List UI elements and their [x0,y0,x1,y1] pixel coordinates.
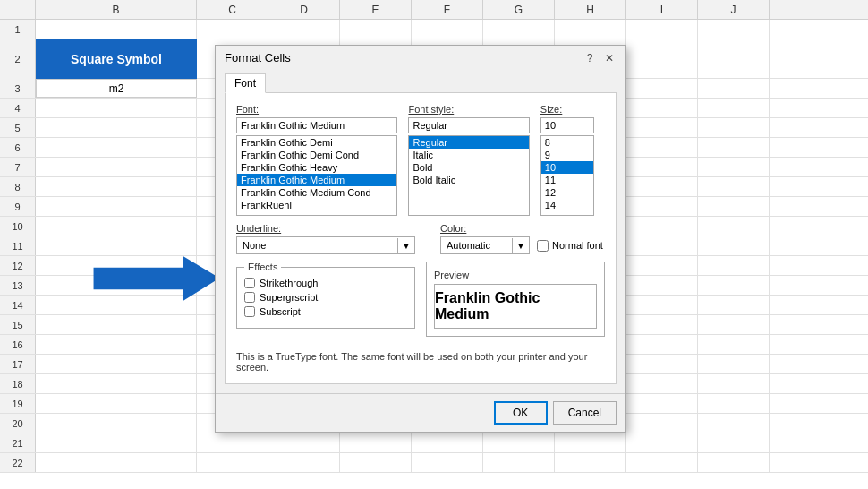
size-col: Size: 8 9 10 11 12 14 [540,104,605,216]
tab-font[interactable]: Font [225,73,266,93]
size-listbox[interactable]: 8 9 10 11 12 14 [540,135,594,216]
underline-dropdown-icon[interactable]: ▼ [397,238,414,253]
list-item[interactable]: Regular [409,136,528,149]
cell[interactable] [36,217,197,236]
row-num: 14 [0,296,36,314]
list-item[interactable]: 14 [541,199,593,211]
list-item[interactable]: FrankRuehl [237,199,396,211]
row-num: 22 [0,453,36,472]
underline-col: Underline: None ▼ [236,223,415,254]
cell[interactable] [36,99,197,117]
font-listbox[interactable]: Franklin Gothic Demi Franklin Gothic Dem… [236,135,397,216]
list-item[interactable]: Franklin Gothic Demi Cond [237,149,396,161]
cell[interactable] [36,453,197,472]
list-item[interactable]: Italic [409,149,528,161]
cell-i1[interactable] [626,20,698,39]
cell[interactable] [36,355,197,373]
row-num: 3 [0,79,36,98]
superscript-checkbox[interactable] [244,292,255,303]
col-header-i[interactable]: I [626,0,698,19]
cell[interactable] [36,138,197,157]
cell[interactable] [36,197,197,216]
list-item[interactable]: Bold Italic [409,174,528,186]
cell-b1[interactable] [36,20,197,39]
col-header-h[interactable]: H [555,0,626,19]
row-num: 11 [0,236,36,255]
font-style-col: Font style: Regular Italic Bold Bold Ita… [408,104,529,216]
row-num: 6 [0,138,36,157]
list-item[interactable]: Franklin Gothic Medium Cond [237,186,396,199]
strikethrough-checkbox[interactable] [244,278,255,288]
cell[interactable] [36,118,197,137]
dialog-tabs: Font [216,70,625,92]
cell[interactable] [36,158,197,176]
table-row: 22 [0,453,868,473]
cell-j3[interactable] [698,79,770,98]
cell-c1[interactable] [197,20,268,39]
cell-j1[interactable] [698,20,770,39]
cell-b3-m2[interactable]: m2 [36,79,197,98]
cell-b2-square-symbol[interactable]: Square Symbol [36,39,197,79]
col-header-g[interactable]: G [483,0,555,19]
col-header-d[interactable]: D [268,0,340,19]
cancel-button[interactable]: Cancel [553,401,617,425]
help-button[interactable]: ? [583,52,597,64]
color-select[interactable]: Automatic ▼ [440,236,530,254]
font-input[interactable] [236,117,397,133]
cell-i2[interactable] [626,39,698,79]
cell[interactable] [36,315,197,334]
list-item[interactable]: Franklin Gothic Demi [237,136,396,149]
col-header-b[interactable]: B [36,0,197,19]
color-dropdown-icon[interactable]: ▼ [512,238,529,253]
cell-d1[interactable] [268,20,340,39]
strikethrough-label: Strikethrough [260,278,318,288]
cell-f1[interactable] [412,20,483,39]
list-item[interactable]: 12 [541,186,593,199]
cell-e1[interactable] [340,20,412,39]
list-item[interactable]: 8 [541,136,593,149]
col-header-c[interactable]: C [197,0,268,19]
col-header-e[interactable]: E [340,0,412,19]
strikethrough-row: Strikethrough [244,278,407,288]
underline-value: None [237,237,397,253]
ok-button[interactable]: OK [494,401,548,425]
font-style-listbox[interactable]: Regular Italic Bold Bold Italic [408,135,529,216]
color-row: Automatic ▼ Normal font [440,236,605,254]
list-item-selected[interactable]: Franklin Gothic Medium [237,174,396,186]
row-num: 12 [0,256,36,275]
truetype-text: This is a TrueType font. The same font w… [236,351,605,373]
cell-g1[interactable] [483,20,555,39]
normal-font-label[interactable]: Normal font [537,240,603,252]
row-num: 7 [0,158,36,176]
cell[interactable] [36,335,197,354]
subscript-checkbox[interactable] [244,306,255,317]
underline-label: Underline: [236,223,415,234]
col-header-f[interactable]: F [412,0,483,19]
list-item[interactable]: 9 [541,149,593,161]
cell[interactable] [36,374,197,393]
cell-j2[interactable] [698,39,770,79]
font-style-input[interactable] [408,117,529,133]
preview-content: Franklin Gothic Medium [434,284,597,329]
cell[interactable] [36,433,197,452]
column-headers: B C D E F G H I J [0,0,868,20]
close-button[interactable]: ✕ [602,52,617,64]
col-header-j[interactable]: J [698,0,770,19]
cell[interactable] [36,177,197,196]
list-item[interactable]: Franklin Gothic Heavy [237,161,396,174]
list-item-selected[interactable]: 10 [541,161,593,174]
dialog-titlebar: Format Cells ? ✕ [216,46,625,70]
list-item[interactable]: 11 [541,174,593,186]
normal-font-checkbox[interactable] [537,240,549,252]
cell[interactable] [36,414,197,433]
underline-select[interactable]: None ▼ [236,236,415,254]
size-input[interactable] [540,117,594,133]
cell[interactable] [36,236,197,255]
table-row: 21 [0,433,868,453]
font-col: Font: Franklin Gothic Demi Franklin Goth… [236,104,397,216]
cell-i3[interactable] [626,79,698,98]
list-item[interactable]: Bold [409,161,528,174]
cell[interactable] [36,394,197,413]
cell-h1[interactable] [555,20,626,39]
dialog-controls: ? ✕ [583,52,617,64]
